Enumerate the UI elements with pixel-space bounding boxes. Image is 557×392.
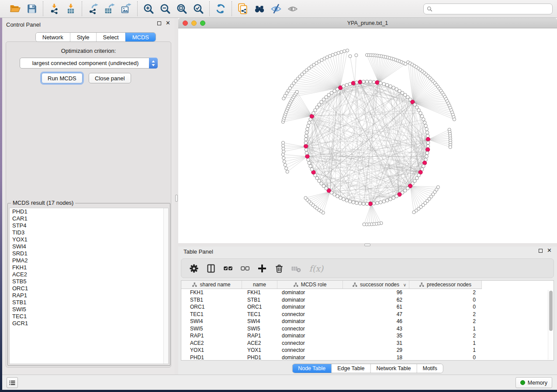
table-row[interactable]: SWI5SWI5connector431 (181, 325, 554, 333)
mcds-result-item[interactable]: ORC1 (10, 285, 168, 292)
mcds-result-item[interactable]: STP4 (10, 222, 168, 229)
table-row[interactable]: STB1STB1dominator620 (181, 296, 554, 304)
delete-icon (274, 263, 284, 274)
add-button[interactable] (256, 262, 269, 275)
mcds-result-item[interactable]: TID3 (10, 229, 168, 236)
column-header-shared-name[interactable]: shared name (181, 281, 242, 289)
export-image-button[interactable] (118, 2, 135, 16)
tab-node-table[interactable]: Node Table (292, 364, 331, 373)
open-file-button[interactable] (7, 2, 24, 16)
status-bar: Memory (2, 375, 557, 390)
table-cell: 2 (409, 333, 482, 339)
select-all-button[interactable] (221, 262, 235, 275)
mcds-hub-node (358, 80, 362, 84)
zoom-selected-button[interactable] (190, 2, 207, 16)
memory-button[interactable]: Memory (515, 377, 552, 388)
tab-style[interactable]: Style (70, 33, 96, 41)
search-input[interactable] (435, 4, 549, 14)
table-row[interactable]: RAP1RAP1dominator352 (181, 332, 554, 340)
table-cell: 1 (409, 347, 482, 353)
horizontal-splitter[interactable] (178, 243, 557, 247)
zoom-fit-button[interactable] (173, 2, 190, 16)
zoom-out-button[interactable] (157, 2, 173, 16)
table-row[interactable]: PHD1PHD1dominator180 (181, 354, 554, 361)
table-cell: dominator (277, 333, 343, 339)
mcds-result-item[interactable]: PMA2 (10, 257, 168, 264)
close-panel-button[interactable]: Close panel (89, 73, 131, 83)
import-network-button[interactable] (46, 2, 62, 16)
mcds-result-item[interactable]: CAR1 (10, 215, 168, 222)
mcds-result-item[interactable]: GCR1 (10, 320, 168, 327)
column-header-MCDS-role[interactable]: MCDS role (277, 281, 343, 289)
refresh-button[interactable] (212, 2, 229, 16)
first-neighbors-button[interactable] (251, 2, 268, 16)
table-scrollbar-thumb[interactable] (549, 291, 553, 331)
float-panel-icon[interactable] (157, 21, 161, 25)
import-table-button[interactable] (62, 2, 79, 16)
mcds-result-item[interactable]: STB1 (10, 299, 168, 306)
table-row[interactable]: ORC1ORC1dominator610 (181, 303, 554, 311)
mcds-result-item[interactable]: SRD1 (10, 250, 168, 257)
mcds-result-item[interactable]: RAP1 (10, 292, 168, 299)
table-row[interactable]: YOX1YOX1connector291 (181, 347, 554, 354)
close-table-panel-icon[interactable]: ✕ (547, 248, 552, 253)
mcds-hub-node (305, 155, 309, 158)
mcds-result-item[interactable]: SWI4 (10, 243, 168, 250)
tab-select[interactable]: Select (96, 33, 125, 41)
tab-motifs[interactable]: Motifs (416, 364, 443, 373)
table-cell: RAP1 (181, 333, 242, 339)
mcds-result-list[interactable]: PHD1CAR1STP4TID3YOX1SWI4SRD1PMA2FKH1ACE2… (9, 208, 169, 364)
export-network-button[interactable] (85, 2, 101, 16)
table-row[interactable]: FKH1FKH1dominator962 (181, 289, 554, 296)
table-cell: 1 (409, 340, 482, 346)
mcds-result-item[interactable]: YOX1 (10, 236, 168, 243)
memory-status-icon (520, 380, 525, 385)
mcds-result-item[interactable]: SWI5 (10, 306, 168, 313)
table-cell: connector (277, 311, 343, 317)
save-session-button[interactable] (24, 2, 40, 16)
column-header-successor-nodes[interactable]: successor nodes∨ (343, 281, 409, 289)
column-header-name[interactable]: name (242, 281, 277, 289)
table-row[interactable]: TEC1TEC1connector472 (181, 311, 554, 318)
table-cell: 35 (343, 333, 409, 339)
settings-button[interactable] (187, 262, 201, 275)
column-header-predecessor-nodes[interactable]: predecessor nodes (409, 281, 482, 289)
tab-mcds[interactable]: MCDS (125, 33, 156, 41)
column-label: name (253, 282, 266, 288)
table-row[interactable]: ACE2ACE2connector311 (181, 340, 554, 347)
table-cell: 2 (409, 289, 482, 296)
task-history-button[interactable] (7, 377, 18, 388)
mcds-result-item[interactable]: TEC1 (10, 313, 168, 320)
tab-edge-table[interactable]: Edge Table (331, 364, 370, 373)
vertical-splitter[interactable] (175, 18, 178, 375)
column-label: shared name (200, 282, 230, 288)
criterion-dropdown[interactable]: largest connected component (undirected) (20, 58, 158, 69)
table-cell: FKH1 (181, 289, 242, 296)
network-window-titlebar: YPA_prune.txt_1 (178, 18, 557, 28)
tab-network[interactable]: Network (36, 33, 70, 41)
control-panel: Control Panel ✕ NetworkStyleSelectMCDS O… (2, 18, 175, 375)
deselect-all-button[interactable] (239, 262, 252, 275)
run-mcds-button[interactable]: Run MCDS (42, 73, 83, 83)
close-panel-icon[interactable]: ✕ (166, 21, 170, 25)
tab-network-table[interactable]: Network Table (370, 364, 417, 373)
float-table-panel-icon[interactable] (539, 249, 543, 253)
zoom-in-button[interactable] (140, 2, 157, 16)
mcds-list-scrollbar[interactable] (163, 208, 168, 364)
network-canvas[interactable] (178, 28, 557, 243)
table-scrollbar[interactable] (548, 290, 553, 360)
mcds-result-item[interactable]: ACE2 (10, 271, 168, 278)
mcds-result-item[interactable]: FKH1 (10, 264, 168, 271)
network-from-selection-button[interactable] (235, 2, 251, 16)
mcds-result-item[interactable]: PHD1 (10, 208, 168, 215)
export-table-button[interactable] (101, 2, 118, 16)
delete-button[interactable] (273, 262, 286, 275)
hide-selection-button[interactable] (268, 2, 284, 16)
table-cell: SWI5 (242, 326, 277, 332)
table-row[interactable]: SWI4SWI4dominator462 (181, 318, 554, 325)
vertical-splitter-handle[interactable] (175, 195, 178, 202)
table-cell: ACE2 (181, 340, 242, 346)
horizontal-splitter-handle[interactable] (364, 244, 370, 246)
mcds-result-item[interactable]: STB5 (10, 278, 168, 285)
column-view-button[interactable] (204, 262, 218, 275)
